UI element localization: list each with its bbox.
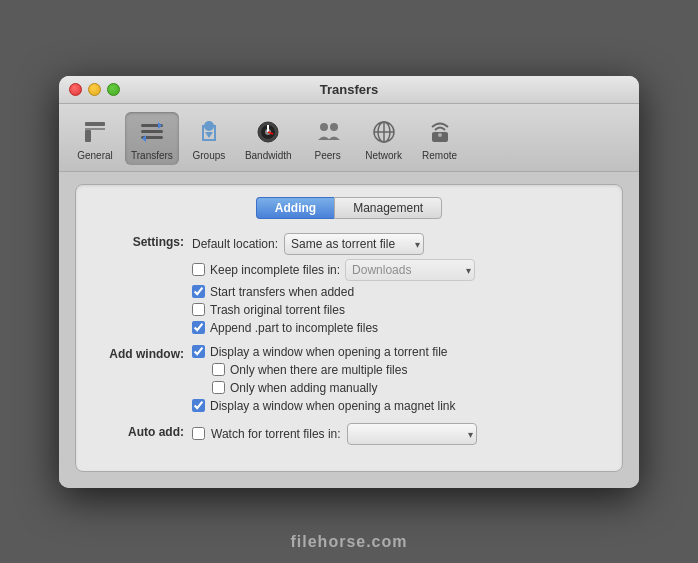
append-part-row: Append .part to incomplete files bbox=[192, 321, 606, 335]
general-label: General bbox=[77, 150, 113, 161]
display-torrent-checkbox[interactable] bbox=[192, 345, 205, 358]
minimize-button[interactable] bbox=[88, 83, 101, 96]
svg-rect-4 bbox=[141, 130, 163, 133]
auto-add-content: Watch for torrent files in: bbox=[192, 423, 606, 445]
peers-label: Peers bbox=[315, 150, 341, 161]
add-window-label: Add window: bbox=[92, 345, 192, 361]
window-title: Transfers bbox=[320, 82, 379, 97]
main-window: Transfers General bbox=[59, 76, 639, 488]
content-area: Adding Management Settings: Default loca… bbox=[59, 172, 639, 488]
append-part-label: Append .part to incomplete files bbox=[210, 321, 378, 335]
toolbar-item-general[interactable]: General bbox=[69, 112, 121, 165]
trash-original-label: Trash original torrent files bbox=[210, 303, 345, 317]
downloads-select[interactable]: Downloads bbox=[345, 259, 475, 281]
keep-incomplete-checkbox[interactable] bbox=[192, 263, 205, 276]
watch-label: Watch for torrent files in: bbox=[211, 427, 341, 441]
svg-point-16 bbox=[330, 123, 338, 131]
groups-icon bbox=[193, 116, 225, 148]
only-multiple-label: Only when there are multiple files bbox=[230, 363, 407, 377]
watch-folder-wrapper bbox=[347, 423, 477, 445]
watch-row: Watch for torrent files in: bbox=[192, 423, 606, 445]
auto-add-row: Auto add: Watch for torrent files in: bbox=[92, 423, 606, 445]
watch-folder-select[interactable] bbox=[347, 423, 477, 445]
add-window-content: Display a window when opening a torrent … bbox=[192, 345, 606, 413]
toolbar-item-bandwidth[interactable]: Bandwidth bbox=[239, 112, 298, 165]
add-window-row: Add window: Display a window when openin… bbox=[92, 345, 606, 413]
only-multiple-row: Only when there are multiple files bbox=[192, 363, 606, 377]
toolbar-item-peers[interactable]: Peers bbox=[302, 112, 354, 165]
toolbar-item-transfers[interactable]: Transfers bbox=[125, 112, 179, 165]
svg-rect-0 bbox=[85, 122, 105, 126]
default-location-select[interactable]: Same as torrent file bbox=[284, 233, 424, 255]
watch-checkbox[interactable] bbox=[192, 427, 205, 440]
append-part-checkbox[interactable] bbox=[192, 321, 205, 334]
peers-icon bbox=[312, 116, 344, 148]
only-manually-checkbox[interactable] bbox=[212, 381, 225, 394]
svg-rect-2 bbox=[85, 128, 105, 130]
close-button[interactable] bbox=[69, 83, 82, 96]
settings-row: Settings: Default location: Same as torr… bbox=[92, 233, 606, 335]
toolbar-item-groups[interactable]: Groups bbox=[183, 112, 235, 165]
svg-point-15 bbox=[320, 123, 328, 131]
default-location-row: Default location: Same as torrent file bbox=[192, 233, 606, 255]
auto-add-label: Auto add: bbox=[92, 423, 192, 439]
downloads-wrapper: Downloads bbox=[345, 259, 475, 281]
default-location-wrapper: Same as torrent file bbox=[284, 233, 424, 255]
titlebar: Transfers bbox=[59, 76, 639, 104]
svg-marker-6 bbox=[158, 122, 162, 129]
groups-label: Groups bbox=[192, 150, 225, 161]
trash-original-checkbox[interactable] bbox=[192, 303, 205, 316]
display-torrent-label: Display a window when opening a torrent … bbox=[210, 345, 447, 359]
toolbar-item-network[interactable]: Network bbox=[358, 112, 410, 165]
bandwidth-label: Bandwidth bbox=[245, 150, 292, 161]
transfers-icon bbox=[136, 116, 168, 148]
settings-content: Default location: Same as torrent file K… bbox=[192, 233, 606, 335]
remote-icon bbox=[424, 116, 456, 148]
display-magnet-checkbox[interactable] bbox=[192, 399, 205, 412]
display-magnet-row: Display a window when opening a magnet l… bbox=[192, 399, 606, 413]
default-location-label: Default location: bbox=[192, 237, 278, 251]
tab-adding[interactable]: Adding bbox=[256, 197, 334, 219]
network-label: Network bbox=[365, 150, 402, 161]
svg-marker-9 bbox=[205, 132, 213, 138]
watermark: filehorse.com bbox=[290, 533, 407, 551]
keep-incomplete-label: Keep incomplete files in: bbox=[210, 263, 340, 277]
settings-panel: Adding Management Settings: Default loca… bbox=[75, 184, 623, 472]
toolbar-item-remote[interactable]: Remote bbox=[414, 112, 466, 165]
general-icon bbox=[79, 116, 111, 148]
only-manually-label: Only when adding manually bbox=[230, 381, 377, 395]
remote-label: Remote bbox=[422, 150, 457, 161]
start-transfers-row: Start transfers when added bbox=[192, 285, 606, 299]
transfers-label: Transfers bbox=[131, 150, 173, 161]
only-multiple-checkbox[interactable] bbox=[212, 363, 225, 376]
tabs-container: Adding Management bbox=[92, 197, 606, 219]
toolbar: General Transfers bbox=[59, 104, 639, 172]
network-icon bbox=[368, 116, 400, 148]
svg-point-22 bbox=[438, 133, 442, 137]
tab-management[interactable]: Management bbox=[334, 197, 442, 219]
settings-label: Settings: bbox=[92, 233, 192, 249]
bandwidth-icon bbox=[252, 116, 284, 148]
start-transfers-label: Start transfers when added bbox=[210, 285, 354, 299]
maximize-button[interactable] bbox=[107, 83, 120, 96]
svg-rect-1 bbox=[85, 130, 91, 142]
start-transfers-checkbox[interactable] bbox=[192, 285, 205, 298]
display-magnet-label: Display a window when opening a magnet l… bbox=[210, 399, 455, 413]
trash-original-row: Trash original torrent files bbox=[192, 303, 606, 317]
display-torrent-row: Display a window when opening a torrent … bbox=[192, 345, 606, 359]
traffic-lights bbox=[69, 83, 120, 96]
only-manually-row: Only when adding manually bbox=[192, 381, 606, 395]
keep-incomplete-row: Keep incomplete files in: Downloads bbox=[192, 259, 606, 281]
